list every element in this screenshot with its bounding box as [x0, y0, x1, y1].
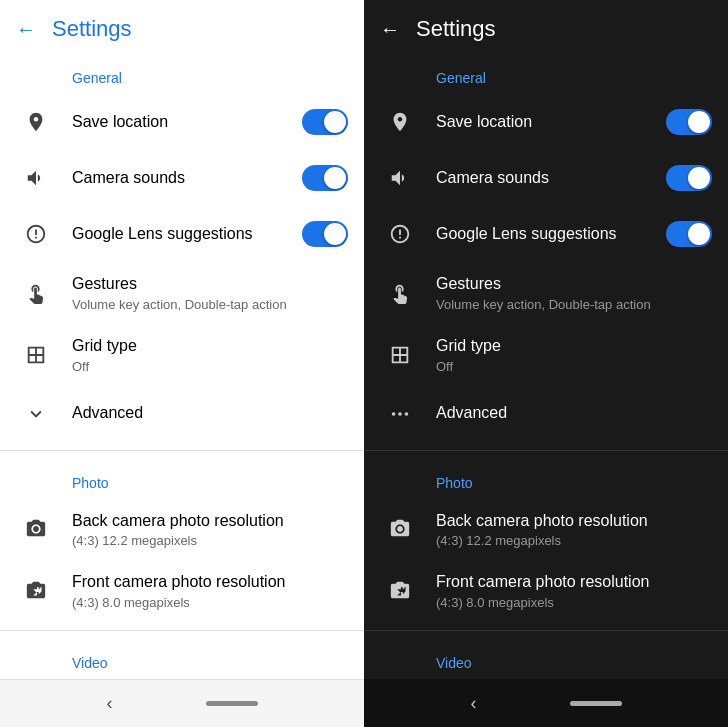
light-front-camera-title: Front camera photo resolution — [72, 572, 348, 593]
chevron-down-icon — [16, 403, 56, 425]
dark-google-lens-title: Google Lens suggestions — [436, 224, 666, 245]
dark-google-lens-item[interactable]: Google Lens suggestions — [364, 206, 728, 262]
light-nav-back-button[interactable]: ‹ — [107, 693, 113, 714]
grid-icon — [16, 344, 56, 366]
light-grid-type-item[interactable]: Grid type Off — [0, 324, 364, 386]
dark-dots-icon — [380, 403, 420, 425]
dark-section-photo: Photo — [364, 459, 728, 499]
light-camera-sounds-toggle[interactable] — [302, 165, 348, 191]
location-icon — [16, 111, 56, 133]
dark-location-icon — [380, 111, 420, 133]
dark-nav-back-button[interactable]: ‹ — [471, 693, 477, 714]
dark-gestures-item[interactable]: Gestures Volume key action, Double-tap a… — [364, 262, 728, 324]
light-back-camera-text: Back camera photo resolution (4:3) 12.2 … — [56, 511, 348, 549]
light-advanced-text: Advanced — [56, 403, 348, 424]
dark-save-location-item[interactable]: Save location — [364, 94, 728, 150]
dark-grid-icon — [380, 344, 420, 366]
light-camera-sounds-title: Camera sounds — [72, 168, 302, 189]
light-advanced-title: Advanced — [72, 403, 348, 424]
dark-camera-back-icon — [380, 518, 420, 540]
light-content: General Save location Camera sounds — [0, 54, 364, 679]
dark-nav-pill — [570, 701, 622, 706]
dark-save-location-text: Save location — [420, 112, 666, 133]
light-divider-2 — [0, 630, 364, 631]
light-panel: ← Settings General Save location — [0, 0, 364, 727]
dark-advanced-item[interactable]: Advanced — [364, 386, 728, 442]
light-save-location-text: Save location — [56, 112, 302, 133]
light-front-camera-subtitle: (4:3) 8.0 megapixels — [72, 595, 348, 610]
dark-content: General Save location Camera sounds — [364, 54, 728, 679]
light-section-general: General — [0, 54, 364, 94]
dark-back-button[interactable]: ← — [380, 18, 400, 41]
light-google-lens-title: Google Lens suggestions — [72, 224, 302, 245]
light-advanced-item[interactable]: Advanced — [0, 386, 364, 442]
light-gestures-title: Gestures — [72, 274, 348, 295]
light-section-photo: Photo — [0, 459, 364, 499]
svg-point-2 — [405, 412, 409, 416]
dark-camera-front-icon — [380, 580, 420, 602]
light-gestures-subtitle: Volume key action, Double-tap action — [72, 297, 348, 312]
dark-save-location-title: Save location — [436, 112, 666, 133]
light-back-camera-title: Back camera photo resolution — [72, 511, 348, 532]
lens-icon — [16, 223, 56, 245]
svg-point-1 — [398, 412, 402, 416]
light-google-lens-toggle[interactable] — [302, 221, 348, 247]
light-nav-pill — [206, 701, 258, 706]
dark-back-camera-text: Back camera photo resolution (4:3) 12.2 … — [420, 511, 712, 549]
light-camera-sounds-text: Camera sounds — [56, 168, 302, 189]
dark-camera-sounds-toggle[interactable] — [666, 165, 712, 191]
dark-front-camera-title: Front camera photo resolution — [436, 572, 712, 593]
dark-gestures-title: Gestures — [436, 274, 712, 295]
light-grid-type-title: Grid type — [72, 336, 348, 357]
dark-divider-1 — [364, 450, 728, 451]
light-back-camera-item[interactable]: Back camera photo resolution (4:3) 12.2 … — [0, 499, 364, 561]
dark-camera-sounds-title: Camera sounds — [436, 168, 666, 189]
dark-save-location-toggle[interactable] — [666, 109, 712, 135]
dark-front-camera-item[interactable]: Front camera photo resolution (4:3) 8.0 … — [364, 560, 728, 622]
dark-front-camera-subtitle: (4:3) 8.0 megapixels — [436, 595, 712, 610]
light-nav-bar: ‹ — [0, 679, 364, 727]
dark-header: ← Settings — [364, 0, 728, 54]
dark-panel: ← Settings General Save location — [364, 0, 728, 727]
light-gestures-item[interactable]: Gestures Volume key action, Double-tap a… — [0, 262, 364, 324]
dark-lens-icon — [380, 223, 420, 245]
dark-grid-type-subtitle: Off — [436, 359, 712, 374]
light-section-video: Video — [0, 639, 364, 679]
camera-back-icon — [16, 518, 56, 540]
dark-camera-sounds-item[interactable]: Camera sounds — [364, 150, 728, 206]
dark-divider-2 — [364, 630, 728, 631]
light-grid-type-subtitle: Off — [72, 359, 348, 374]
dark-google-lens-toggle[interactable] — [666, 221, 712, 247]
dark-advanced-title: Advanced — [436, 403, 712, 424]
dark-grid-type-title: Grid type — [436, 336, 712, 357]
dark-section-general: General — [364, 54, 728, 94]
dark-gestures-subtitle: Volume key action, Double-tap action — [436, 297, 712, 312]
light-grid-type-text: Grid type Off — [56, 336, 348, 374]
light-page-title: Settings — [52, 16, 132, 42]
dark-page-title: Settings — [416, 16, 496, 42]
light-header: ← Settings — [0, 0, 364, 54]
dark-back-camera-title: Back camera photo resolution — [436, 511, 712, 532]
light-front-camera-item[interactable]: Front camera photo resolution (4:3) 8.0 … — [0, 560, 364, 622]
dark-grid-type-text: Grid type Off — [420, 336, 712, 374]
light-save-location-toggle[interactable] — [302, 109, 348, 135]
dark-nav-bar: ‹ — [364, 679, 728, 727]
light-save-location-title: Save location — [72, 112, 302, 133]
light-front-camera-text: Front camera photo resolution (4:3) 8.0 … — [56, 572, 348, 610]
light-save-location-item[interactable]: Save location — [0, 94, 364, 150]
light-google-lens-item[interactable]: Google Lens suggestions — [0, 206, 364, 262]
light-back-camera-subtitle: (4:3) 12.2 megapixels — [72, 533, 348, 548]
dark-section-video: Video — [364, 639, 728, 679]
svg-point-0 — [392, 412, 396, 416]
dark-back-camera-item[interactable]: Back camera photo resolution (4:3) 12.2 … — [364, 499, 728, 561]
light-divider-1 — [0, 450, 364, 451]
light-back-button[interactable]: ← — [16, 18, 36, 41]
light-camera-sounds-item[interactable]: Camera sounds — [0, 150, 364, 206]
dark-volume-icon — [380, 167, 420, 189]
dark-google-lens-text: Google Lens suggestions — [420, 224, 666, 245]
camera-front-icon — [16, 580, 56, 602]
gesture-icon — [16, 282, 56, 304]
dark-grid-type-item[interactable]: Grid type Off — [364, 324, 728, 386]
dark-gestures-text: Gestures Volume key action, Double-tap a… — [420, 274, 712, 312]
light-gestures-text: Gestures Volume key action, Double-tap a… — [56, 274, 348, 312]
